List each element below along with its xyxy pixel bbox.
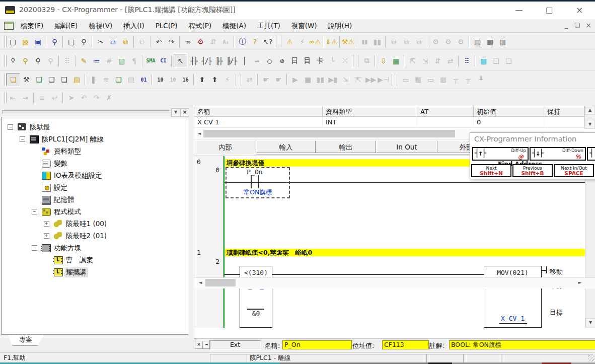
fb-calendar-button[interactable]: ▦ <box>390 54 402 67</box>
tree-item-label[interactable]: 功能方塊 <box>52 243 83 253</box>
resize-grip[interactable] <box>588 355 594 361</box>
tree-item-12[interactable]: 耀攜講 <box>2 266 189 278</box>
scroll-left-icon[interactable]: ◄ <box>195 130 203 138</box>
context-help-button[interactable]: ↖? <box>261 36 274 48</box>
zoom-actual-button[interactable]: ⚲ <box>7 54 19 67</box>
maximize-button[interactable]: □ <box>538 2 561 19</box>
print-button[interactable]: ▤ <box>65 36 78 48</box>
collapse-icon[interactable]: − <box>32 245 37 251</box>
io-rack-b-button[interactable]: ▦ <box>484 36 496 48</box>
toolbar-gripper[interactable] <box>2 74 5 86</box>
toggle-project-window-button[interactable]: ❏ <box>7 73 20 87</box>
undo-button[interactable]: ↶ <box>153 36 165 48</box>
tab-input[interactable]: 輸入 <box>256 140 316 153</box>
menu-item-8[interactable]: 視窗(W) <box>286 19 323 32</box>
expand-icon[interactable]: + <box>44 233 49 239</box>
selection-box[interactable] <box>226 167 290 198</box>
contact-nc-or-tool[interactable]: ╟/├ <box>225 54 238 67</box>
scroll-right-icon[interactable]: ► <box>576 279 584 287</box>
tree-item-9[interactable]: +陔最哇2 (01) <box>2 230 189 242</box>
tree-item-0[interactable]: −陔馱最 <box>2 121 189 133</box>
compile-fb-button[interactable]: ⇩ <box>377 54 390 67</box>
tab-internal[interactable]: 內部 <box>194 140 256 155</box>
watch-window-button[interactable]: ❏ <box>33 74 45 86</box>
hex-view-button[interactable]: 16 <box>179 74 192 86</box>
tree-item-label[interactable]: 陔最哇1 (00) <box>64 219 108 229</box>
expand-icon[interactable]: + <box>44 221 49 227</box>
tree-item-label[interactable]: IO表及模組設定 <box>52 171 104 181</box>
column-header-1[interactable]: 資料類型 <box>323 106 417 117</box>
show-rung-list-button[interactable]: ≔ <box>90 54 103 67</box>
contact-nc-tool[interactable]: ┤/├ <box>200 54 212 67</box>
fb-invoke-tool[interactable]: 卡 <box>313 54 326 67</box>
io-rack-a-button[interactable]: ▦ <box>471 36 484 48</box>
toolbar-gripper[interactable] <box>2 36 5 48</box>
menu-item-2[interactable]: 檢視(V) <box>83 19 118 32</box>
menu-item-0[interactable]: 檔案(F) <box>15 19 49 32</box>
io-comment-view-button[interactable]: ❏ <box>112 74 125 86</box>
collapse-icon[interactable]: − <box>20 136 25 142</box>
contact-no-tool[interactable]: ┤├ <box>187 54 200 67</box>
toolbar-gripper[interactable] <box>2 92 5 104</box>
tree-item-8[interactable]: +陔最哇1 (00) <box>2 218 189 230</box>
vertical-tool[interactable]: │ <box>238 54 250 67</box>
horizontal-tool[interactable]: ─ <box>250 54 263 67</box>
scroll-down-icon[interactable]: ▼ <box>585 318 595 327</box>
workspace-dropdown-button[interactable]: ▼ <box>171 108 180 117</box>
tab-in-out[interactable]: In Out <box>376 140 437 153</box>
mdi-restore-button[interactable]: ❏ <box>572 21 582 30</box>
address-field[interactable]: CF113 <box>382 340 429 349</box>
minimize-button[interactable]: — <box>507 2 531 19</box>
fb-online-button[interactable]: ▦ <box>477 54 490 67</box>
instruction-tool[interactable]: 日 <box>288 54 301 67</box>
collapse-icon[interactable]: − <box>8 124 13 130</box>
io-rack-c-button[interactable]: ▦ <box>496 36 509 48</box>
program-check-button[interactable]: ⚠ <box>283 36 296 48</box>
contact-partial-button[interactable]: ┤ ├ <box>587 147 595 161</box>
table-cell[interactable] <box>544 117 584 128</box>
scroll-up-icon[interactable]: ▲ <box>585 106 595 115</box>
help-button[interactable]: ? <box>249 36 261 48</box>
scrollbar-thumb[interactable] <box>205 279 236 286</box>
tab-output[interactable]: 輸出 <box>316 140 376 153</box>
tree-item-5[interactable]: 設定 <box>2 182 189 194</box>
tree-item-10[interactable]: −功能方塊 <box>2 242 189 254</box>
tree-item-3[interactable]: 變數 <box>2 158 189 170</box>
online-edit-check-button[interactable]: ⚒⚠ <box>342 36 354 48</box>
tree-item-7[interactable]: −程式模式 <box>2 206 189 218</box>
about-button[interactable]: ⓘ <box>236 36 249 48</box>
menu-item-6[interactable]: 模擬(A) <box>217 19 252 32</box>
transfer-check-button[interactable]: ⇓⚠ <box>325 36 338 48</box>
split-window-button[interactable]: ∥ <box>87 74 100 86</box>
toolbar-gripper[interactable] <box>2 55 5 67</box>
zoom-in-button[interactable]: ⚲ <box>32 54 44 67</box>
sma-view-button[interactable]: SMA <box>144 54 157 67</box>
workspace-close-button[interactable]: × <box>180 108 189 117</box>
block-list-button[interactable]: ⠿ <box>461 54 473 67</box>
coil-tool[interactable]: ○ <box>263 54 275 67</box>
ladder-horizontal-scrollbar[interactable]: ◄ ► <box>194 277 595 288</box>
scroll-left-icon[interactable]: ◄ <box>196 279 204 287</box>
tree-item-label[interactable]: 設定 <box>52 183 69 193</box>
paste-button[interactable]: ⧉ <box>119 36 132 48</box>
tree-item-label[interactable]: 耀攜講 <box>64 267 88 277</box>
tree-item-label[interactable]: 陔馱最 <box>28 122 52 132</box>
collapse-icon[interactable]: − <box>32 209 37 214</box>
address-reference-button[interactable]: ❏ <box>58 74 70 86</box>
menu-item-4[interactable]: PLC(P) <box>150 19 183 32</box>
close-button[interactable]: × <box>568 2 591 19</box>
tab-project[interactable]: 專案 <box>7 335 44 346</box>
tree-item-label[interactable]: 程式模式 <box>52 207 83 217</box>
binary-view-button[interactable]: 01 <box>137 74 150 86</box>
mdi-child-icon[interactable] <box>4 22 14 30</box>
mov-block[interactable]: MOV(021) &0 X_CV_1 <box>484 266 542 328</box>
set-value-up-button[interactable]: ⬆ <box>196 74 208 86</box>
scroll-down-icon[interactable]: ▼ <box>585 120 595 129</box>
tree-item-label[interactable]: 記憶體 <box>52 195 76 205</box>
watch-close-icon[interactable]: × <box>195 341 203 349</box>
show-monitor-button[interactable]: ▤ <box>115 54 128 67</box>
comment-field[interactable]: BOOL: 常ON旗標 <box>449 340 595 349</box>
menu-item-7[interactable]: 工具(T) <box>252 19 286 32</box>
tree-item-4[interactable]: IO表及模組設定 <box>2 170 189 182</box>
table-cell[interactable] <box>417 117 474 128</box>
